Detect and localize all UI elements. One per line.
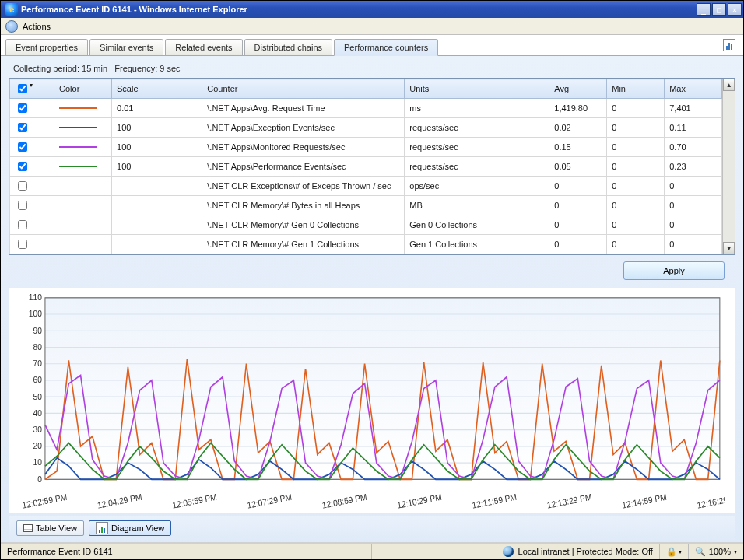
window-title: Performance Event ID 6141 - Windows Inte… — [21, 5, 697, 14]
cell-avg: 0 — [549, 177, 607, 196]
table-row[interactable]: \.NET CLR Memory\# Gen 0 CollectionsGen … — [10, 215, 722, 235]
toolbar: Actions — [1, 18, 743, 35]
collecting-period: Collecting period: 15 min — [13, 64, 107, 73]
table-row[interactable]: 100\.NET Apps\Performance Events/secrequ… — [10, 157, 722, 177]
performance-panel: Collecting period: 15 min Frequency: 9 s… — [1, 56, 743, 542]
status-security[interactable]: 🔒▾ — [660, 544, 689, 559]
cell-scale: 0.01 — [112, 99, 202, 118]
color-swatch — [59, 127, 97, 128]
cell-units: requests/sec — [405, 157, 549, 177]
row-checkbox[interactable] — [18, 123, 27, 132]
counters-grid: ▾ Color Scale Counter Units Avg Min Max … — [9, 78, 735, 255]
table-row[interactable]: 100\.NET Apps\Monitored Requests/secrequ… — [10, 138, 722, 157]
cell-units: Gen 0 Collections — [405, 215, 549, 235]
table-row[interactable]: \.NET CLR Memory\# Gen 1 CollectionsGen … — [10, 235, 722, 254]
svg-text:80: 80 — [33, 341, 41, 352]
row-checkbox[interactable] — [18, 181, 27, 191]
cell-units: ms — [405, 99, 549, 118]
apply-button[interactable]: Apply — [623, 261, 725, 280]
svg-text:12:11:59 PM: 12:11:59 PM — [472, 492, 518, 509]
hdr-checkbox[interactable]: ▾ — [10, 79, 54, 99]
maximize-button[interactable]: □ — [712, 3, 726, 16]
scroll-down-arrow[interactable]: ▼ — [723, 242, 735, 254]
row-checkbox[interactable] — [18, 142, 27, 152]
cell-units: MB — [405, 196, 549, 215]
zone-icon — [503, 546, 514, 557]
hdr-scale[interactable]: Scale — [112, 79, 202, 99]
cell-scale — [112, 215, 202, 235]
table-row[interactable]: \.NET CLR Memory\# Bytes in all HeapsMB0… — [10, 196, 722, 215]
close-button[interactable]: ✕ — [728, 3, 742, 16]
cell-avg: 1,419.80 — [549, 99, 607, 118]
svg-text:60: 60 — [33, 375, 41, 385]
cell-counter: \.NET Apps\Monitored Requests/sec — [202, 138, 405, 157]
scroll-track[interactable] — [723, 91, 735, 242]
grid-scrollbar[interactable]: ▲ ▼ — [722, 79, 735, 254]
table-row[interactable]: 100\.NET Apps\Exception Events/secreques… — [10, 118, 722, 138]
svg-text:12:05:59 PM: 12:05:59 PM — [171, 492, 217, 509]
cell-avg: 0.15 — [549, 138, 607, 157]
tab-performance-counters[interactable]: Performance counters — [334, 39, 438, 56]
hdr-min[interactable]: Min — [607, 79, 665, 99]
cell-units: requests/sec — [405, 118, 549, 138]
row-checkbox[interactable] — [18, 240, 27, 249]
table-row[interactable]: \.NET CLR Exceptions\# of Exceps Thrown … — [10, 177, 722, 196]
hdr-max[interactable]: Max — [665, 79, 722, 99]
table-view-button[interactable]: Table View — [16, 520, 84, 536]
status-page: Performance Event ID 6141 — [1, 544, 372, 559]
cell-max: 0 — [665, 196, 722, 215]
svg-text:0: 0 — [37, 474, 42, 484]
diagram-view-button[interactable]: Diagram View — [89, 520, 171, 536]
actions-menu[interactable]: Actions — [23, 22, 51, 31]
titlebar: e Performance Event ID 6141 - Windows In… — [1, 1, 743, 18]
table-row[interactable]: 0.01\.NET Apps\Avg. Request Timems1,419.… — [10, 99, 722, 118]
svg-text:40: 40 — [33, 408, 41, 418]
cell-min: 0 — [607, 215, 665, 235]
cell-scale: 100 — [112, 157, 202, 177]
cell-min: 0 — [607, 235, 665, 254]
cell-avg: 0.02 — [549, 118, 607, 138]
app-window: e Performance Event ID 6141 - Windows In… — [0, 0, 744, 560]
status-zoom[interactable]: 🔍 100% ▾ — [689, 544, 743, 559]
row-checkbox[interactable] — [18, 162, 27, 171]
row-checkbox[interactable] — [18, 103, 27, 113]
svg-text:70: 70 — [33, 359, 41, 369]
cell-scale: 100 — [112, 138, 202, 157]
header-row: ▾ Color Scale Counter Units Avg Min Max — [10, 79, 722, 99]
scroll-up-arrow[interactable]: ▲ — [723, 79, 735, 91]
row-checkbox[interactable] — [18, 220, 27, 229]
tab-event-properties[interactable]: Event properties — [5, 39, 88, 55]
minimize-button[interactable]: _ — [697, 3, 711, 16]
tabs-row: Event properties Similar events Related … — [1, 35, 743, 56]
hdr-counter[interactable]: Counter — [202, 79, 405, 99]
color-swatch — [59, 166, 97, 167]
svg-text:12:13:29 PM: 12:13:29 PM — [546, 492, 592, 509]
diagram-icon — [96, 522, 108, 534]
svg-text:50: 50 — [33, 391, 41, 401]
cell-avg: 0 — [549, 235, 607, 254]
tab-similar-events[interactable]: Similar events — [89, 39, 163, 55]
cell-counter: \.NET CLR Exceptions\# of Exceps Thrown … — [202, 177, 405, 196]
zoom-value: 100% — [709, 547, 731, 556]
collecting-frequency: Frequency: 9 sec — [114, 64, 180, 73]
tab-related-events[interactable]: Related events — [165, 39, 242, 55]
cell-scale — [112, 196, 202, 215]
cell-min: 0 — [607, 177, 665, 196]
reports-icon[interactable] — [723, 39, 737, 53]
hdr-color[interactable]: Color — [54, 79, 112, 99]
hdr-units[interactable]: Units — [405, 79, 549, 99]
tab-distributed-chains[interactable]: Distributed chains — [244, 39, 332, 55]
cell-avg: 0 — [549, 196, 607, 215]
svg-text:12:10:29 PM: 12:10:29 PM — [396, 492, 442, 509]
svg-text:20: 20 — [33, 441, 41, 451]
select-all-checkbox[interactable] — [18, 84, 27, 93]
chevron-down-icon: ▾ — [734, 548, 737, 555]
row-checkbox[interactable] — [18, 201, 27, 210]
cell-units: ops/sec — [405, 177, 549, 196]
cell-max: 0.70 — [665, 138, 722, 157]
svg-text:30: 30 — [33, 425, 41, 435]
cell-scale: 100 — [112, 118, 202, 138]
cell-avg: 0 — [549, 215, 607, 235]
hdr-avg[interactable]: Avg — [549, 79, 607, 99]
svg-text:12:02:59 PM: 12:02:59 PM — [22, 492, 68, 509]
